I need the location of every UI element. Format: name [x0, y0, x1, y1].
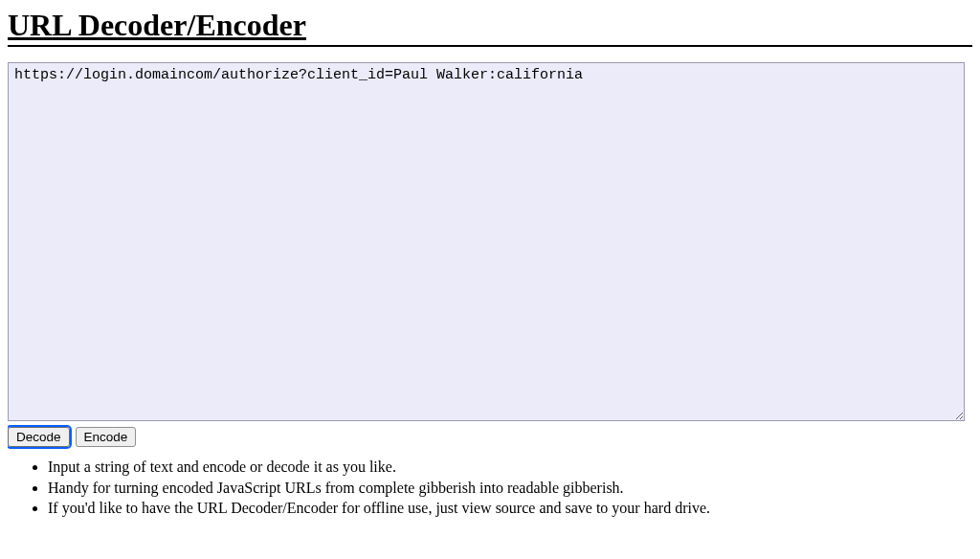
decode-button[interactable]: Decode	[8, 427, 70, 447]
button-row: Decode Encode	[8, 427, 972, 447]
page-title: URL Decoder/Encoder	[8, 8, 972, 47]
url-input[interactable]	[8, 62, 965, 421]
list-item: Handy for turning encoded JavaScript URL…	[48, 478, 972, 499]
list-item: If you'd like to have the URL Decoder/En…	[48, 498, 972, 519]
instructions-list: Input a string of text and encode or dec…	[8, 457, 972, 519]
list-item: Input a string of text and encode or dec…	[48, 457, 972, 478]
encode-button[interactable]: Encode	[76, 427, 137, 447]
